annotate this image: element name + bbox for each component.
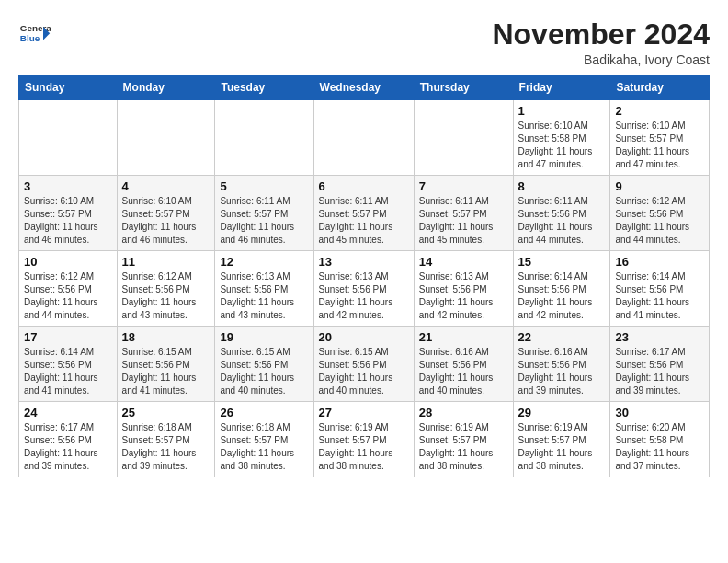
day-number: 16: [615, 255, 704, 269]
table-cell: 23Sunrise: 6:17 AM Sunset: 5:56 PM Dayli…: [610, 327, 710, 402]
day-number: 2: [615, 104, 704, 118]
table-cell: 18Sunrise: 6:15 AM Sunset: 5:56 PM Dayli…: [117, 327, 215, 402]
week-row-5: 24Sunrise: 6:17 AM Sunset: 5:56 PM Dayli…: [19, 402, 710, 477]
table-cell: [19, 100, 118, 176]
day-number: 7: [419, 179, 508, 193]
table-cell: 9Sunrise: 6:12 AM Sunset: 5:56 PM Daylig…: [610, 176, 710, 251]
day-number: 20: [319, 330, 409, 344]
svg-text:Blue: Blue: [20, 33, 40, 43]
day-info: Sunrise: 6:16 AM Sunset: 5:56 PM Dayligh…: [518, 346, 606, 397]
day-number: 5: [220, 179, 308, 193]
day-number: 11: [122, 255, 210, 269]
table-cell: [414, 100, 513, 176]
day-number: 30: [615, 406, 704, 419]
table-cell: 24Sunrise: 6:17 AM Sunset: 5:56 PM Dayli…: [19, 402, 118, 477]
table-cell: 13Sunrise: 6:13 AM Sunset: 5:56 PM Dayli…: [313, 251, 414, 327]
day-info: Sunrise: 6:14 AM Sunset: 5:56 PM Dayligh…: [518, 270, 606, 322]
month-title: November 2024: [492, 18, 710, 51]
weekday-header-row: Sunday Monday Tuesday Wednesday Thursday…: [19, 75, 710, 100]
table-cell: 1Sunrise: 6:10 AM Sunset: 5:58 PM Daylig…: [513, 100, 610, 176]
table-cell: 28Sunrise: 6:19 AM Sunset: 5:57 PM Dayli…: [414, 402, 513, 477]
table-cell: [117, 100, 215, 176]
day-number: 27: [319, 406, 409, 419]
day-number: 29: [518, 406, 606, 419]
table-cell: [215, 100, 313, 176]
day-number: 18: [122, 330, 210, 344]
week-row-3: 10Sunrise: 6:12 AM Sunset: 5:56 PM Dayli…: [19, 251, 710, 327]
header-friday: Friday: [513, 75, 610, 100]
table-cell: 20Sunrise: 6:15 AM Sunset: 5:56 PM Dayli…: [313, 327, 414, 402]
day-number: 15: [518, 255, 606, 269]
day-info: Sunrise: 6:13 AM Sunset: 5:56 PM Dayligh…: [220, 270, 308, 322]
table-cell: 17Sunrise: 6:14 AM Sunset: 5:56 PM Dayli…: [19, 327, 118, 402]
day-info: Sunrise: 6:14 AM Sunset: 5:56 PM Dayligh…: [615, 270, 704, 322]
day-number: 13: [319, 255, 409, 269]
day-info: Sunrise: 6:18 AM Sunset: 5:57 PM Dayligh…: [122, 421, 210, 473]
header-wednesday: Wednesday: [313, 75, 414, 100]
day-info: Sunrise: 6:11 AM Sunset: 5:57 PM Dayligh…: [319, 195, 409, 247]
day-info: Sunrise: 6:10 AM Sunset: 5:57 PM Dayligh…: [24, 195, 112, 247]
table-cell: 5Sunrise: 6:11 AM Sunset: 5:57 PM Daylig…: [215, 176, 313, 251]
day-info: Sunrise: 6:14 AM Sunset: 5:56 PM Dayligh…: [24, 346, 112, 397]
day-number: 21: [419, 330, 508, 344]
table-cell: 29Sunrise: 6:19 AM Sunset: 5:57 PM Dayli…: [513, 402, 610, 477]
table-cell: 26Sunrise: 6:18 AM Sunset: 5:57 PM Dayli…: [215, 402, 313, 477]
header-sunday: Sunday: [19, 75, 118, 100]
day-number: 19: [220, 330, 308, 344]
logo: General Blue: [18, 18, 55, 52]
day-info: Sunrise: 6:12 AM Sunset: 5:56 PM Dayligh…: [615, 195, 704, 247]
table-cell: 30Sunrise: 6:20 AM Sunset: 5:58 PM Dayli…: [610, 402, 710, 477]
day-info: Sunrise: 6:19 AM Sunset: 5:57 PM Dayligh…: [319, 421, 409, 473]
page-header: General Blue November 2024 Badikaha, Ivo…: [18, 18, 710, 67]
day-info: Sunrise: 6:20 AM Sunset: 5:58 PM Dayligh…: [615, 421, 704, 473]
day-info: Sunrise: 6:16 AM Sunset: 5:56 PM Dayligh…: [419, 346, 508, 397]
day-number: 8: [518, 179, 606, 193]
day-number: 17: [24, 330, 112, 344]
header-tuesday: Tuesday: [215, 75, 313, 100]
day-info: Sunrise: 6:15 AM Sunset: 5:56 PM Dayligh…: [122, 346, 210, 397]
day-info: Sunrise: 6:12 AM Sunset: 5:56 PM Dayligh…: [24, 270, 112, 322]
calendar-table: Sunday Monday Tuesday Wednesday Thursday…: [18, 75, 710, 477]
day-info: Sunrise: 6:13 AM Sunset: 5:56 PM Dayligh…: [419, 270, 508, 322]
day-info: Sunrise: 6:10 AM Sunset: 5:57 PM Dayligh…: [615, 120, 704, 171]
title-area: November 2024 Badikaha, Ivory Coast: [492, 18, 710, 67]
day-number: 23: [615, 330, 704, 344]
day-info: Sunrise: 6:10 AM Sunset: 5:57 PM Dayligh…: [122, 195, 210, 247]
table-cell: 15Sunrise: 6:14 AM Sunset: 5:56 PM Dayli…: [513, 251, 610, 327]
table-cell: 2Sunrise: 6:10 AM Sunset: 5:57 PM Daylig…: [610, 100, 710, 176]
table-cell: 7Sunrise: 6:11 AM Sunset: 5:57 PM Daylig…: [414, 176, 513, 251]
day-number: 22: [518, 330, 606, 344]
header-thursday: Thursday: [414, 75, 513, 100]
day-number: 4: [122, 179, 210, 193]
day-info: Sunrise: 6:10 AM Sunset: 5:58 PM Dayligh…: [518, 120, 606, 171]
day-number: 14: [419, 255, 508, 269]
table-cell: 4Sunrise: 6:10 AM Sunset: 5:57 PM Daylig…: [117, 176, 215, 251]
day-number: 3: [24, 179, 112, 193]
day-number: 12: [220, 255, 308, 269]
day-info: Sunrise: 6:19 AM Sunset: 5:57 PM Dayligh…: [419, 421, 508, 473]
table-cell: 16Sunrise: 6:14 AM Sunset: 5:56 PM Dayli…: [610, 251, 710, 327]
day-info: Sunrise: 6:19 AM Sunset: 5:57 PM Dayligh…: [518, 421, 606, 473]
day-number: 9: [615, 179, 704, 193]
table-cell: [313, 100, 414, 176]
day-info: Sunrise: 6:11 AM Sunset: 5:56 PM Dayligh…: [518, 195, 606, 247]
logo-icon: General Blue: [18, 18, 51, 52]
day-number: 28: [419, 406, 508, 419]
day-number: 26: [220, 406, 308, 419]
table-cell: 6Sunrise: 6:11 AM Sunset: 5:57 PM Daylig…: [313, 176, 414, 251]
day-info: Sunrise: 6:13 AM Sunset: 5:56 PM Dayligh…: [319, 270, 409, 322]
table-cell: 22Sunrise: 6:16 AM Sunset: 5:56 PM Dayli…: [513, 327, 610, 402]
day-number: 24: [24, 406, 112, 419]
day-info: Sunrise: 6:15 AM Sunset: 5:56 PM Dayligh…: [220, 346, 308, 397]
table-cell: 12Sunrise: 6:13 AM Sunset: 5:56 PM Dayli…: [215, 251, 313, 327]
day-number: 6: [319, 179, 409, 193]
table-cell: 11Sunrise: 6:12 AM Sunset: 5:56 PM Dayli…: [117, 251, 215, 327]
week-row-1: 1Sunrise: 6:10 AM Sunset: 5:58 PM Daylig…: [19, 100, 710, 176]
day-info: Sunrise: 6:15 AM Sunset: 5:56 PM Dayligh…: [319, 346, 409, 397]
day-number: 1: [518, 104, 606, 118]
day-info: Sunrise: 6:17 AM Sunset: 5:56 PM Dayligh…: [615, 346, 704, 397]
header-monday: Monday: [117, 75, 215, 100]
day-info: Sunrise: 6:11 AM Sunset: 5:57 PM Dayligh…: [419, 195, 508, 247]
header-saturday: Saturday: [610, 75, 710, 100]
location-subtitle: Badikaha, Ivory Coast: [492, 52, 710, 67]
